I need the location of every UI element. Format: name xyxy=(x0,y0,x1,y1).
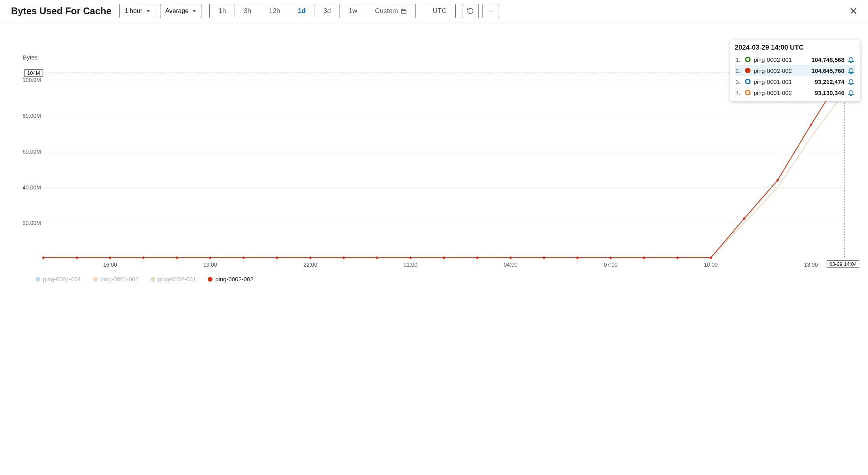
custom-label: Custom xyxy=(375,7,398,15)
data-point xyxy=(176,256,178,259)
range-1d[interactable]: 1d xyxy=(289,4,315,18)
series-line xyxy=(43,72,844,258)
data-point xyxy=(743,217,745,220)
data-point xyxy=(443,256,445,259)
refresh-button[interactable] xyxy=(462,4,479,18)
range-12h[interactable]: 12h xyxy=(260,4,289,18)
timezone-select[interactable]: UTC xyxy=(424,4,455,18)
range-1h[interactable]: 1h xyxy=(210,4,235,18)
data-point xyxy=(543,256,545,259)
legend-item[interactable]: ping-0002-001 xyxy=(151,276,196,282)
legend-swatch xyxy=(151,277,155,282)
tooltip-value: 93,139,346 xyxy=(815,89,844,96)
tooltip-title: 2024-03-29 14:00 UTC xyxy=(735,44,855,52)
legend-label: ping-0001-001 xyxy=(43,276,81,282)
range-3h[interactable]: 3h xyxy=(235,4,260,18)
legend-label: ping-0002-001 xyxy=(158,276,196,282)
timezone-select-group: UTC xyxy=(424,4,456,18)
minus-icon xyxy=(488,8,494,14)
range-1w[interactable]: 1w xyxy=(340,4,366,18)
tooltip-index: 2. xyxy=(736,67,742,74)
x-tick-label: 04:00 xyxy=(504,262,518,268)
range-custom[interactable]: Custom xyxy=(366,4,415,18)
y-tick-label: 40.00M xyxy=(13,184,41,191)
x-tick-label: 22:00 xyxy=(304,262,317,268)
legend-item[interactable]: ping-0001-001 xyxy=(35,276,81,282)
data-point xyxy=(609,256,612,259)
tooltip-row: 1.ping-0002-001104,748,568 xyxy=(735,54,855,65)
hover-y-badge-label: 104M xyxy=(27,70,40,76)
x-tick-label: 07:00 xyxy=(604,262,618,268)
more-actions-button[interactable] xyxy=(482,4,499,18)
data-point xyxy=(109,256,111,259)
tooltip-series-name: ping-0002-001 xyxy=(754,56,792,63)
y-tick-label: 60.00M xyxy=(13,148,41,155)
data-point xyxy=(343,256,345,259)
data-point xyxy=(42,256,45,259)
tooltip-index: 4. xyxy=(736,89,742,96)
x-tick-label: 13:00 xyxy=(804,262,818,268)
x-tick-label: 01:00 xyxy=(404,262,417,268)
x-axis-ticks: 16:0019:0022:0001:0004:0007:0010:0013:00 xyxy=(43,259,844,270)
statistic-select[interactable]: Average xyxy=(160,4,201,18)
x-tick-label: 10:00 xyxy=(704,262,718,268)
tooltip-value: 104,748,568 xyxy=(812,56,844,63)
tooltip-series-name: ping-0002-002 xyxy=(754,67,792,74)
legend-label: ping-0002-002 xyxy=(215,276,253,282)
bell-icon[interactable] xyxy=(848,89,855,96)
x-tick-label: 19:00 xyxy=(203,262,217,268)
legend-swatch xyxy=(208,277,212,282)
series-line xyxy=(43,72,844,258)
tooltip-value: 93,212,474 xyxy=(815,78,844,85)
range-3d[interactable]: 3d xyxy=(315,4,340,18)
data-point xyxy=(409,256,412,259)
toolbar: Bytes Used For Cache 1 hour Average 1h3h… xyxy=(0,0,868,22)
y-tick-label: 20.00M xyxy=(13,220,41,226)
plot-area[interactable]: 20.00M40.00M60.00M80.00M100.0M xyxy=(43,62,844,259)
grid-line xyxy=(43,223,844,223)
legend-swatch xyxy=(35,277,40,282)
data-point xyxy=(276,256,278,259)
timezone-label: UTC xyxy=(433,7,447,15)
data-point xyxy=(242,256,245,259)
grid-line xyxy=(43,116,844,116)
tooltip-series-name: ping-0001-001 xyxy=(754,78,792,85)
close-button[interactable]: ✕ xyxy=(847,5,860,17)
caret-down-icon xyxy=(192,10,196,12)
data-point xyxy=(376,256,378,259)
x-tick-label: 16:00 xyxy=(103,262,117,268)
caret-down-icon xyxy=(146,10,150,12)
series-marker-ring xyxy=(745,57,751,62)
data-point xyxy=(643,256,645,259)
hover-x-badge: 03-29 14:04 xyxy=(827,260,859,268)
data-point xyxy=(309,256,311,259)
svg-rect-0 xyxy=(401,9,406,13)
statistic-select-label: Average xyxy=(165,7,188,15)
bell-icon[interactable] xyxy=(848,56,855,63)
tooltip-row: 3.ping-0001-00193,212,474 xyxy=(735,76,855,87)
tooltip-index: 3. xyxy=(736,78,742,85)
grid-line xyxy=(43,80,844,80)
y-tick-label: 100.0M xyxy=(13,77,41,83)
time-range-group: 1h3h12h1d3d1wCustom xyxy=(209,4,415,18)
legend-item[interactable]: ping-0001-002 xyxy=(93,276,139,282)
series-marker-ring xyxy=(745,79,751,84)
hover-y-badge: 104M xyxy=(24,69,43,77)
y-tick-label: 80.00M xyxy=(13,113,41,119)
tooltip-row: 2.ping-0002-002104,645,760 xyxy=(735,65,855,76)
bell-icon[interactable] xyxy=(848,67,855,74)
period-select-label: 1 hour xyxy=(125,7,142,15)
data-point xyxy=(476,256,479,259)
series-marker-dot xyxy=(745,68,751,73)
data-point xyxy=(676,256,679,259)
period-select[interactable]: 1 hour xyxy=(119,4,155,18)
toolbar-actions xyxy=(462,4,499,18)
data-point xyxy=(710,256,712,259)
tooltip-series-name: ping-0001-002 xyxy=(754,89,792,96)
bell-icon[interactable] xyxy=(848,78,855,85)
data-point xyxy=(810,124,812,126)
legend-item[interactable]: ping-0002-002 xyxy=(208,276,253,282)
data-point xyxy=(209,256,211,259)
series-line xyxy=(43,92,844,258)
legend-label: ping-0001-002 xyxy=(101,276,139,282)
